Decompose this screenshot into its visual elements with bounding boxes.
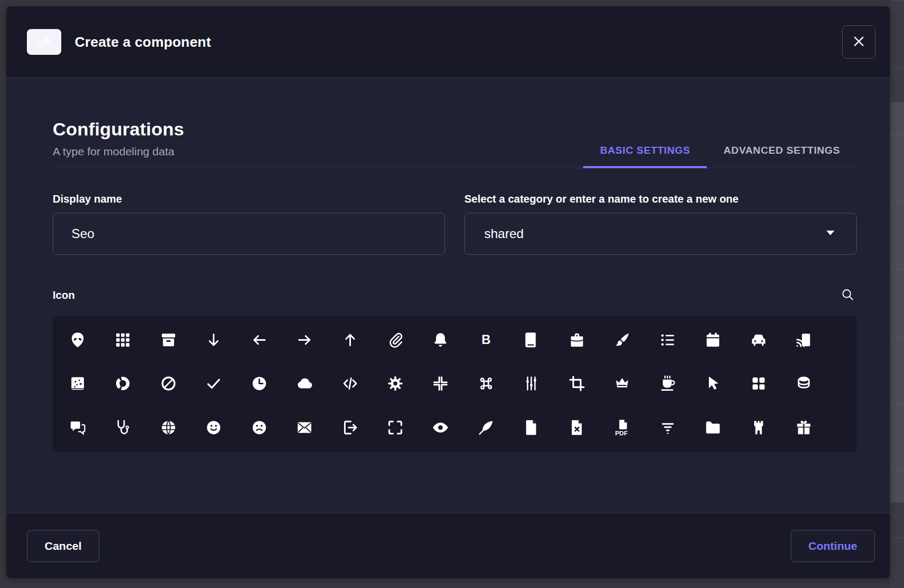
icon-option-earth[interactable]	[153, 412, 183, 442]
modal-body: Configurations A type for modeling data …	[6, 78, 890, 513]
icon-option-brush[interactable]	[607, 325, 637, 355]
icon-option-exit[interactable]	[335, 412, 365, 442]
icon-option-chart-pie[interactable]	[153, 369, 183, 399]
category-group: Select a category or enter a name to cre…	[464, 193, 857, 255]
icon-option-crown[interactable]	[607, 369, 637, 399]
icon-option-crop[interactable]	[562, 369, 592, 399]
icon-option-code[interactable]	[335, 369, 365, 399]
icon-option-emotion-happy[interactable]	[199, 412, 229, 442]
icon-option-discuss[interactable]	[62, 412, 92, 442]
icon-option-check[interactable]	[199, 369, 229, 399]
icon-search-button[interactable]	[838, 286, 857, 304]
icon-option-book[interactable]	[516, 325, 547, 355]
icon-option-collapse[interactable]	[426, 369, 456, 399]
page-title: Configurations	[53, 119, 184, 140]
icon-option-eye[interactable]	[426, 412, 456, 442]
calendar-icon	[704, 331, 722, 349]
icon-option-feather[interactable]	[471, 412, 501, 442]
feather-icon	[477, 419, 495, 436]
tab-advanced-settings[interactable]: ADVANCED SETTINGS	[707, 145, 857, 168]
icon-option-car[interactable]	[743, 325, 773, 355]
crown-icon	[613, 375, 631, 392]
arrow-down-icon	[205, 331, 223, 349]
crop-icon	[568, 375, 586, 392]
icon-option-arrow-right[interactable]	[290, 325, 320, 355]
icon-option-bullet-list[interactable]	[652, 325, 683, 355]
background-page-strip	[890, 0, 904, 588]
icon-option-briefcase[interactable]	[562, 325, 592, 355]
alien-icon	[69, 331, 87, 349]
collapse-icon	[432, 375, 449, 392]
bullet-list-icon	[659, 331, 677, 349]
tab-basic-settings[interactable]: BASIC SETTINGS	[583, 145, 707, 168]
icon-option-command[interactable]	[471, 369, 501, 399]
icon-option-alien[interactable]	[62, 325, 92, 355]
file-error-icon	[568, 419, 586, 436]
bell-icon	[432, 331, 449, 349]
check-icon	[205, 375, 223, 392]
icon-option-dashboard[interactable]	[743, 369, 773, 399]
continue-button[interactable]: Continue	[791, 530, 875, 562]
icon-option-cup[interactable]	[652, 369, 683, 399]
icon-option-file-pdf[interactable]: PDF	[607, 412, 637, 442]
icon-option-gate[interactable]	[743, 412, 773, 442]
icon-option-sliders[interactable]	[516, 369, 547, 399]
cursor-icon	[704, 375, 722, 392]
icon-option-cast[interactable]	[789, 325, 819, 355]
attachment-icon	[386, 331, 404, 349]
icon-option-arrow-left[interactable]	[244, 325, 274, 355]
icon-option-envelop[interactable]	[290, 412, 320, 442]
icon-picker-head: Icon	[53, 286, 857, 304]
gate-icon	[750, 419, 767, 436]
archive-icon	[160, 331, 177, 349]
form-row: Display name Select a category or enter …	[53, 193, 857, 255]
chart-pie-icon	[160, 375, 177, 392]
icon-option-folder[interactable]	[698, 412, 728, 442]
icon-option-attachment[interactable]	[381, 325, 411, 355]
icon-option-emotion-unhappy[interactable]	[244, 412, 274, 442]
category-select[interactable]: shared	[464, 213, 857, 255]
icon-option-gift[interactable]	[789, 412, 819, 442]
icon-option-cog[interactable]	[381, 369, 411, 399]
icon-option-doctor[interactable]	[108, 412, 138, 442]
car-icon	[750, 331, 767, 349]
icon-picker-label: Icon	[53, 289, 75, 302]
search-icon	[841, 288, 855, 303]
icon-option-cursor[interactable]	[698, 369, 728, 399]
chart-bubble-icon	[69, 375, 87, 392]
icon-option-bold[interactable]: B	[471, 325, 501, 355]
display-name-input[interactable]	[53, 213, 445, 255]
icon-option-database[interactable]	[789, 369, 819, 399]
discuss-icon	[69, 419, 87, 436]
icon-option-archive[interactable]	[153, 325, 183, 355]
icon-option-filter[interactable]	[652, 412, 683, 442]
clock-icon	[250, 375, 268, 392]
icon-option-clock[interactable]	[244, 369, 274, 399]
modal-footer: Cancel Continue	[6, 513, 890, 578]
icon-option-apps[interactable]	[108, 325, 138, 355]
icon-option-calendar[interactable]	[698, 325, 728, 355]
apps-icon	[114, 331, 132, 349]
icon-option-chart-circle[interactable]	[108, 369, 138, 399]
svg-text:PDF: PDF	[615, 429, 628, 436]
expand-icon	[386, 419, 404, 436]
icon-grid: BPDF	[53, 316, 857, 451]
code-icon	[341, 375, 359, 392]
modal-title: Create a component	[75, 34, 211, 51]
icon-option-arrow-up[interactable]	[335, 325, 365, 355]
close-icon	[851, 34, 866, 51]
cancel-button[interactable]: Cancel	[27, 530, 99, 562]
icon-option-cloud[interactable]	[290, 369, 320, 399]
category-label: Select a category or enter a name to cre…	[464, 193, 857, 205]
cast-icon	[795, 331, 813, 349]
close-button[interactable]	[842, 25, 876, 59]
icon-option-arrow-down[interactable]	[199, 325, 229, 355]
icon-option-file[interactable]	[516, 412, 547, 442]
bold-icon: B	[477, 331, 495, 349]
icon-option-file-error[interactable]	[562, 412, 592, 442]
icon-option-bell[interactable]	[426, 325, 456, 355]
icon-option-expand[interactable]	[381, 412, 411, 442]
command-icon	[477, 375, 495, 392]
gift-icon	[795, 419, 813, 436]
icon-option-chart-bubble[interactable]	[62, 369, 92, 399]
